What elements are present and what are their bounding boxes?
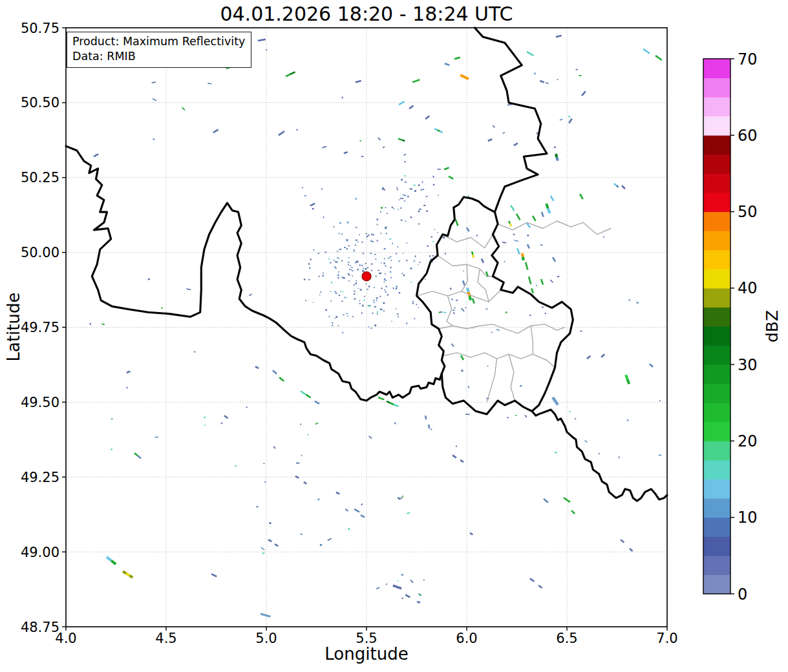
y-tick-label: 50.25	[21, 170, 59, 185]
clutter-rings	[304, 200, 438, 334]
colorbar-tick-label: 60	[738, 127, 758, 145]
colorbar-tick-label: 30	[738, 356, 758, 374]
admin-borders	[417, 221, 612, 402]
colorbar-tick-label: 50	[738, 203, 758, 221]
y-tick-label: 50.50	[21, 95, 59, 110]
y-tick-label: 50.75	[21, 21, 59, 36]
y-tick-label: 49.00	[21, 545, 59, 560]
radar-plot-canvas: 4.04.55.05.56.06.57.048.7549.0049.2549.5…	[0, 0, 788, 672]
y-tick-label: 49.75	[21, 320, 59, 335]
x-axis-label: Longitude	[66, 644, 667, 664]
radar-site-marker	[362, 272, 371, 281]
colorbar: 010203040506070	[703, 50, 758, 604]
annotation-box: Product: Maximum Reflectivity Data: RMIB	[67, 32, 251, 68]
colorbar-tick-label: 70	[738, 50, 758, 68]
national-borders	[66, 28, 667, 501]
colorbar-tick-label: 0	[738, 585, 747, 604]
echo-streaks	[94, 36, 662, 616]
y-tick-label: 49.50	[21, 395, 59, 410]
y-tick-label: 50.00	[21, 245, 59, 260]
colorbar-tick-label: 20	[738, 432, 758, 450]
gridlines	[66, 28, 667, 627]
radar-map-figure: 4.04.55.05.56.06.57.048.7549.0049.2549.5…	[0, 0, 788, 672]
annotation-data-line: Data: RMIB	[72, 49, 245, 64]
y-tick-label: 49.25	[21, 470, 59, 485]
y-tick-label: 48.75	[21, 620, 59, 635]
page-title: 04.01.2026 18:20 - 18:24 UTC	[66, 3, 667, 25]
axes: 4.04.55.05.56.06.57.048.7549.0049.2549.5…	[21, 21, 678, 647]
echo-speck-fields	[90, 49, 662, 599]
colorbar-tick-label: 10	[738, 509, 758, 527]
colorbar-tick-label: 40	[738, 279, 758, 297]
annotation-product-line: Product: Maximum Reflectivity	[72, 34, 245, 49]
